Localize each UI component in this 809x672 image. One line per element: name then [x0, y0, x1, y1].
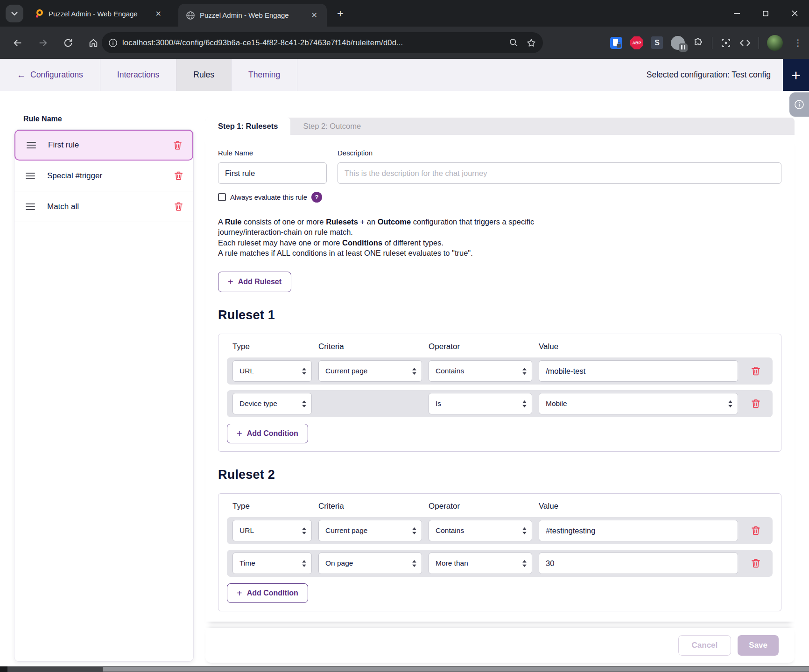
- value-select[interactable]: Mobile: [539, 393, 738, 414]
- step-tabs: Step 1: Rulesets Step 2: Outcome: [205, 118, 795, 135]
- nav-back-configurations[interactable]: ← Configurations: [0, 59, 100, 91]
- tab-title: Puzzel Admin - Web Engage: [49, 10, 148, 18]
- operator-select[interactable]: Is: [429, 393, 532, 414]
- adblock-plus-extension-icon[interactable]: ABP: [630, 36, 643, 49]
- home-icon[interactable]: [84, 34, 103, 52]
- tab-step2-outcome[interactable]: Step 2: Outcome: [290, 118, 373, 135]
- add-configuration-button[interactable]: +: [783, 59, 809, 91]
- nav-interactions[interactable]: Interactions: [100, 59, 176, 91]
- operator-select[interactable]: More than: [429, 553, 532, 574]
- reload-icon[interactable]: [59, 34, 77, 52]
- site-info-icon[interactable]: [108, 38, 118, 48]
- criteria-select[interactable]: On page: [318, 553, 422, 574]
- bookmark-star-icon[interactable]: [526, 38, 536, 48]
- zoom-icon[interactable]: [509, 38, 519, 48]
- description-label: Description: [338, 149, 781, 157]
- minimize-icon[interactable]: [722, 0, 751, 27]
- new-tab-button[interactable]: +: [333, 7, 347, 21]
- conditions-table: Type Criteria Operator Value URL Current…: [218, 334, 781, 452]
- select-arrows-icon: [522, 560, 527, 567]
- rule-explanation-text: A Rule consists of one or more Rulesets …: [218, 217, 596, 258]
- drag-handle-icon[interactable]: [26, 203, 35, 210]
- scrollbar-thumb[interactable]: [103, 667, 809, 672]
- select-arrows-icon: [412, 560, 417, 567]
- delete-condition-icon[interactable]: [750, 558, 761, 569]
- type-select[interactable]: URL: [232, 360, 312, 382]
- criteria-select[interactable]: Current page: [318, 360, 422, 382]
- delete-rule-icon[interactable]: [173, 170, 184, 181]
- ruleset-title: Ruleset 2: [218, 468, 781, 482]
- delete-rule-icon[interactable]: [172, 140, 183, 151]
- criteria-select[interactable]: Current page: [318, 520, 422, 541]
- window-corner: [0, 666, 7, 672]
- rule-list-item[interactable]: Match all: [14, 191, 193, 222]
- selected-configuration-label: Selected configuration: Test config: [647, 70, 771, 80]
- paused-extension-icon[interactable]: [671, 36, 685, 50]
- tab-close-icon[interactable]: ✕: [309, 10, 320, 20]
- always-evaluate-checkbox[interactable]: [218, 193, 226, 201]
- rulesets-container: Ruleset 1 Type Criteria Operator Value U…: [218, 308, 781, 611]
- rule-editor: Step 1: Rulesets Step 2: Outcome Rule Na…: [205, 118, 795, 663]
- nav-rules[interactable]: Rules: [176, 59, 232, 91]
- cancel-button[interactable]: Cancel: [678, 635, 732, 656]
- conditions-table: Type Criteria Operator Value URL Current…: [218, 493, 781, 611]
- add-ruleset-button[interactable]: + Add Ruleset: [218, 272, 291, 292]
- delete-condition-icon[interactable]: [750, 365, 761, 377]
- rule-list-item[interactable]: Special #trigger: [14, 161, 193, 191]
- save-button[interactable]: Save: [738, 635, 779, 656]
- operator-select[interactable]: Contains: [429, 520, 532, 541]
- s-extension-icon[interactable]: S: [651, 36, 663, 49]
- delete-condition-icon[interactable]: [750, 398, 761, 409]
- description-input[interactable]: [338, 162, 781, 184]
- rule-name-input[interactable]: [218, 162, 327, 184]
- back-icon[interactable]: [8, 34, 27, 52]
- type-select[interactable]: URL: [232, 520, 312, 541]
- operator-select[interactable]: Contains: [429, 360, 532, 382]
- value-input[interactable]: [539, 520, 738, 541]
- tab-step1-rulesets[interactable]: Step 1: Rulesets: [205, 118, 290, 135]
- close-window-icon[interactable]: [780, 0, 809, 27]
- delete-rule-icon[interactable]: [173, 201, 184, 212]
- browser-menu-icon[interactable]: ⋮: [791, 37, 805, 49]
- tab-close-icon[interactable]: ✕: [153, 9, 164, 19]
- url-bar[interactable]: localhost:3000/#/config/6cd93b6a-ce15-4f…: [102, 32, 543, 53]
- rule-name-label: Match all: [47, 202, 173, 211]
- browser-tab-1[interactable]: Puzzel Admin - Web Engage ✕: [27, 4, 171, 23]
- select-arrows-icon: [302, 400, 307, 408]
- nav-theming[interactable]: Theming: [232, 59, 297, 91]
- maximize-icon[interactable]: [751, 0, 780, 27]
- delete-condition-icon[interactable]: [750, 525, 761, 536]
- select-arrows-icon: [728, 400, 733, 408]
- select-arrows-icon: [302, 527, 307, 535]
- tab-search-button[interactable]: [6, 5, 23, 22]
- add-condition-button[interactable]: + Add Condition: [227, 424, 308, 443]
- type-select[interactable]: Device type: [232, 393, 312, 414]
- value-input[interactable]: [539, 360, 738, 382]
- browser-tab-2-active[interactable]: Puzzel Admin - Web Engage ✕: [178, 4, 327, 27]
- select-arrows-icon: [412, 367, 417, 375]
- horizontal-scrollbar[interactable]: [0, 666, 809, 672]
- type-select[interactable]: Time: [232, 553, 312, 574]
- drag-handle-icon[interactable]: [26, 173, 35, 179]
- password-manager-extension-icon[interactable]: [610, 37, 622, 49]
- rule-list-item[interactable]: First rule: [14, 130, 193, 161]
- drag-handle-icon[interactable]: [27, 142, 36, 148]
- conditions-header: Type Criteria Operator Value: [227, 342, 773, 351]
- profile-avatar[interactable]: [767, 35, 783, 51]
- always-evaluate-row: Always evaluate this rule ?: [218, 192, 781, 203]
- screen-capture-icon[interactable]: [720, 37, 732, 49]
- info-side-tab[interactable]: [789, 92, 809, 117]
- extensions-puzzle-icon[interactable]: [693, 37, 704, 49]
- column-operator: Operator: [429, 342, 532, 351]
- help-icon[interactable]: ?: [311, 192, 322, 203]
- dev-code-icon[interactable]: [739, 37, 751, 49]
- add-condition-button[interactable]: + Add Condition: [227, 583, 308, 603]
- value-input[interactable]: [539, 553, 738, 574]
- browser-tab-bar: Puzzel Admin - Web Engage ✕ Puzzel Admin…: [0, 0, 809, 27]
- condition-row: Time On page More than: [227, 550, 773, 577]
- forward-icon[interactable]: [34, 34, 52, 52]
- sidebar-heading: Rule Name: [23, 115, 194, 123]
- column-type: Type: [232, 342, 312, 351]
- url-text: localhost:3000/#/config/6cd93b6a-ce15-4f…: [122, 38, 509, 47]
- ruleset-title: Ruleset 1: [218, 308, 781, 322]
